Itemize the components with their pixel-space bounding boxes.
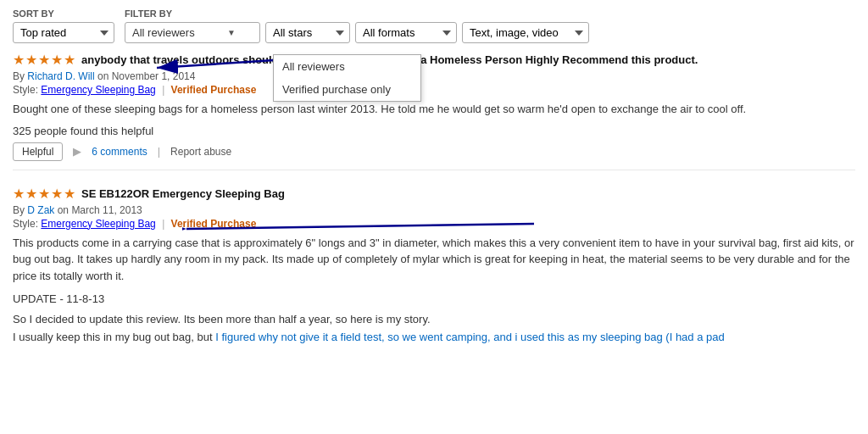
review-actions: Helpful ▶ 6 comments | Report abuse [13,142,855,161]
update-line-1: So I decided to update this review. Its … [13,311,855,328]
sort-select[interactable]: Top ratedMost recentMost helpful [13,22,114,43]
review-stars: ★★★★★ [13,186,76,202]
comments-link[interactable]: 6 comments [92,146,147,158]
stars-select[interactable]: All stars5 star4 star3 star2 star1 star [265,22,350,43]
review-style-link[interactable]: Emergency Sleeping Bag [41,84,155,96]
review-style-link[interactable]: Emergency Sleeping Bag [41,218,155,230]
review-meta: By Richard D. Will on November 1, 2014 [13,70,855,82]
review-body: This products come in a carrying case th… [13,235,855,285]
review-title-row: ★★★★★ SE EB122OR Emergency Sleeping Bag [13,186,855,202]
sort-label: SORT BY [13,8,114,19]
review-item: ★★★★★ anybody that travels outdoors shou… [13,52,855,170]
formats-select[interactable]: All formats [355,22,457,43]
helpful-button[interactable]: Helpful [13,142,63,161]
helpful-text: 325 people found this helpful [13,125,855,137]
filter-group: FILTER BY All reviewers ▼ All reviewers … [125,8,589,43]
verified-badge: Verified Purchase [171,84,257,96]
dropdown-all-reviewers[interactable]: All reviewers [274,55,420,78]
filter-label: FILTER BY [125,8,589,19]
review-meta: By D Zak on March 11, 2013 [13,204,855,216]
review-author-link[interactable]: Richard D. Will [27,70,94,82]
filter-row: SORT BY Top ratedMost recentMost helpful… [13,8,855,43]
media-select[interactable]: Text, image, videoText onlyImage/video [462,22,589,43]
review-date: March 11, 2013 [71,204,142,216]
update-link[interactable]: I figured why not give it a field test, … [215,331,725,343]
review-author-link[interactable]: D Zak [27,204,54,216]
update-line-2: I usually keep this in my bug out bag, b… [13,329,855,346]
review-style: Style: Emergency Sleeping Bag | Verified… [13,84,855,96]
sort-group: SORT BY Top ratedMost recentMost helpful [13,8,114,43]
review-stars: ★★★★★ [13,52,76,68]
review-date: November 1, 2014 [112,70,196,82]
review-title-row: ★★★★★ anybody that travels outdoors shou… [13,52,855,68]
report-abuse-link[interactable]: Report abuse [170,146,231,158]
update-heading: UPDATE - 11-8-13 [13,291,855,308]
review-item: ★★★★★ SE EB122OR Emergency Sleeping Bag … [13,186,855,354]
reviewers-select[interactable]: All reviewers ▼ [125,22,260,43]
reviews-section: ★★★★★ anybody that travels outdoors shou… [13,52,855,354]
reviewers-dropdown-container: All reviewers ▼ All reviewers Verified p… [125,22,260,43]
review-body: Bought one of these sleeping bags for a … [13,101,855,118]
review-style: Style: Emergency Sleeping Bag | Verified… [13,218,855,230]
update-section: UPDATE - 11-8-13 So I decided to update … [13,291,855,346]
verified-badge: Verified Purchase [171,218,257,230]
dropdown-verified-only[interactable]: Verified purchase only [274,78,420,101]
review-title: SE EB122OR Emergency Sleeping Bag [81,187,285,200]
reviewers-dropdown: All reviewers Verified purchase only [273,54,421,102]
page-container: SORT BY Top ratedMost recentMost helpful… [0,0,868,378]
